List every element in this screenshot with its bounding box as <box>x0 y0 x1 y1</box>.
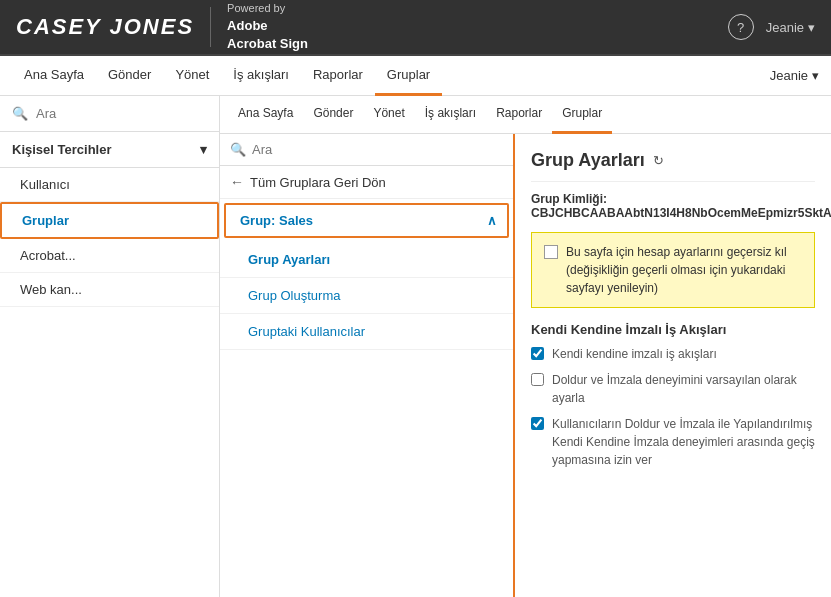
top-nav-user[interactable]: Jeanie ▾ <box>770 68 819 83</box>
overlay-sub-grup-ayarlari[interactable]: Grup Ayarları <box>220 242 513 278</box>
header-right: ? Jeanie ▾ <box>728 14 815 40</box>
nav-gonder[interactable]: Gönder <box>96 56 163 96</box>
logo: CASEY JONES <box>16 14 194 40</box>
checkbox-row-2: Kullanıcıların Doldur ve İmzala ile Yapı… <box>531 415 815 469</box>
chevron-down-icon: ▾ <box>200 142 207 157</box>
powered-by-text: Powered by <box>227 1 308 16</box>
section-title: Kendi Kendine İmzalı İş Akışları <box>531 322 815 337</box>
overlay-sub-grup-olusturma[interactable]: Grup Oluşturma <box>220 278 513 314</box>
checkbox-label-1: Doldur ve İmzala deneyimini varsayılan o… <box>552 371 815 407</box>
overlay-sub-gruptaki-kullanicilar[interactable]: Gruptaki Kullanıcılar <box>220 314 513 350</box>
back-button[interactable]: ← Tüm Gruplara Geri Dön <box>220 166 513 199</box>
overlay-nav-is-akislari[interactable]: İş akışları <box>415 96 486 134</box>
overlay-right-title: Grup Ayarları <box>531 150 645 171</box>
sidebar-search-input[interactable] <box>36 106 207 121</box>
checkbox-kendikendine[interactable] <box>531 347 544 360</box>
checkbox-label-2: Kullanıcıların Doldur ve İmzala ile Yapı… <box>552 415 815 469</box>
overlay-search-icon: 🔍 <box>230 142 246 157</box>
header: CASEY JONES Powered by AdobeAcrobat Sign… <box>0 0 831 56</box>
collapse-icon: ∧ <box>487 213 497 228</box>
overlay-sidebar: 🔍 ← Tüm Gruplara Geri Dön Grup: Sales ∧ … <box>220 134 515 597</box>
overlay-nav-gonder[interactable]: Gönder <box>303 96 363 134</box>
overlay-right-header: Grup Ayarları ↻ <box>531 150 815 182</box>
overlay-search-input[interactable] <box>252 142 503 157</box>
overlay-nav-yonet[interactable]: Yönet <box>363 96 414 134</box>
sidebar-search-icon: 🔍 <box>12 106 28 121</box>
powered-by: Powered by AdobeAcrobat Sign <box>227 1 308 53</box>
top-nav: Ana Sayfa Gönder Yönet İş akışları Rapor… <box>0 56 831 96</box>
sidebar-item-kullanici[interactable]: Kullanıcı <box>0 168 219 202</box>
checkbox-row-1: Doldur ve İmzala deneyimini varsayılan o… <box>531 371 815 407</box>
help-button[interactable]: ? <box>728 14 754 40</box>
warning-checkbox[interactable] <box>544 245 558 259</box>
group-sales-header[interactable]: Grup: Sales ∧ <box>224 203 509 238</box>
overlay-nav-raporlar[interactable]: Raporlar <box>486 96 552 134</box>
overlay-nav-gruplar[interactable]: Gruplar <box>552 96 612 134</box>
overlay-right-panel: Grup Ayarları ↻ Grup Kimliği: CBJCHBCAAB… <box>515 134 831 597</box>
sidebar: 🔍 Kişisel Tercihler ▾ Kullanıcı Gruplar … <box>0 96 220 597</box>
warning-text: Bu sayfa için hesap ayarlarını geçersiz … <box>566 243 802 297</box>
nav-ana-sayfa[interactable]: Ana Sayfa <box>12 56 96 96</box>
warning-box: Bu sayfa için hesap ayarlarını geçersiz … <box>531 232 815 308</box>
checkbox-row-0: Kendi kendine imzalı iş akışları <box>531 345 815 363</box>
checkbox-doldur[interactable] <box>531 373 544 386</box>
sidebar-search-bar[interactable]: 🔍 <box>0 96 219 132</box>
overlay-nav-ana-sayfa[interactable]: Ana Sayfa <box>228 96 303 134</box>
back-arrow-icon: ← <box>230 174 244 190</box>
adobe-acrobat-text: AdobeAcrobat Sign <box>227 17 308 53</box>
nav-raporlar[interactable]: Raporlar <box>301 56 375 96</box>
group-id-row: Grup Kimliği: CBJCHBCAABAAbtN13I4H8NbOce… <box>531 192 815 220</box>
nav-yonet[interactable]: Yönet <box>163 56 221 96</box>
main: 🔍 Kişisel Tercihler ▾ Kullanıcı Gruplar … <box>0 96 831 597</box>
nav-gruplar[interactable]: Gruplar <box>375 56 442 96</box>
user-menu[interactable]: Jeanie ▾ <box>766 20 815 35</box>
sidebar-item-acrobat[interactable]: Acrobat... <box>0 239 219 273</box>
nav-is-akislari[interactable]: İş akışları <box>221 56 301 96</box>
checkbox-label-0: Kendi kendine imzalı iş akışları <box>552 345 717 363</box>
checkbox-gecis[interactable] <box>531 417 544 430</box>
overlay-body: 🔍 ← Tüm Gruplara Geri Dön Grup: Sales ∧ … <box>220 134 831 597</box>
overlay-search-bar[interactable]: 🔍 <box>220 134 513 166</box>
content-area: Gruplar ↻ 🔍 ≡ Grup Ayarları 👆 Legal Tran… <box>220 96 831 597</box>
overlay-panel: Ana Sayfa Gönder Yönet İş akışları Rapor… <box>220 96 831 597</box>
header-divider <box>210 7 211 47</box>
sidebar-item-webkan[interactable]: Web kan... <box>0 273 219 307</box>
sidebar-item-gruplar[interactable]: Gruplar <box>0 202 219 239</box>
sidebar-section-kisisel[interactable]: Kişisel Tercihler ▾ <box>0 132 219 168</box>
overlay-top-nav: Ana Sayfa Gönder Yönet İş akışları Rapor… <box>220 96 831 134</box>
overlay-refresh-icon[interactable]: ↻ <box>653 153 664 168</box>
